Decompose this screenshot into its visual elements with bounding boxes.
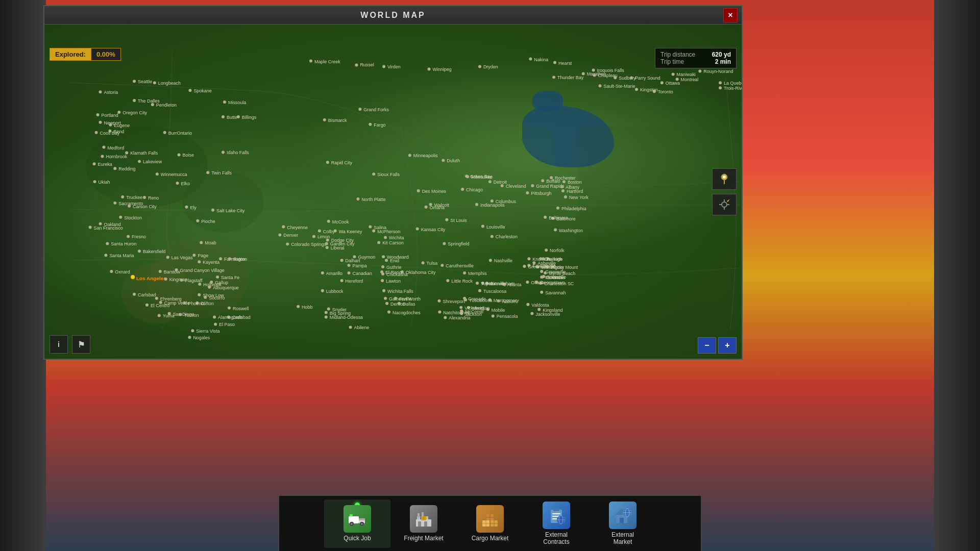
external-contracts-button[interactable]: ExternalContracts <box>523 499 590 548</box>
svg-text:Myrtle Beach: Myrtle Beach <box>549 271 575 276</box>
map-legend: i ⚑ <box>50 335 90 354</box>
svg-point-307 <box>501 184 504 187</box>
svg-text:Chicago: Chicago <box>466 187 483 192</box>
svg-point-49 <box>719 86 722 89</box>
map-area[interactable]: Maple Creek Russel Virden Winnipeg Dryde… <box>44 24 742 359</box>
svg-point-0 <box>86 126 208 207</box>
svg-point-309 <box>465 174 468 178</box>
svg-text:Wilmington: Wilmington <box>541 265 564 270</box>
quick-job-label: Quick Job <box>344 535 371 542</box>
svg-point-61 <box>96 113 100 116</box>
flag-button[interactable]: ⚑ <box>72 335 90 354</box>
svg-text:Baltimore: Baltimore <box>549 215 568 220</box>
crosshair-button[interactable] <box>712 194 737 215</box>
svg-point-197 <box>191 329 194 332</box>
svg-text:Trois-Riviere: Trois-Riviere <box>724 86 742 91</box>
svg-text:Limon: Limon <box>317 234 330 239</box>
cargo-market-button[interactable]: Cargo Market <box>457 499 523 548</box>
svg-text:Louisville: Louisville <box>486 224 505 230</box>
svg-text:Memphis: Memphis <box>468 271 487 276</box>
svg-point-269 <box>382 255 385 258</box>
svg-text:Kit Carson: Kit Carson <box>382 240 404 245</box>
svg-point-299 <box>442 159 445 162</box>
svg-point-257 <box>340 279 344 282</box>
svg-point-31 <box>630 76 633 79</box>
svg-text:Carson City: Carson City <box>133 204 157 209</box>
svg-text:Sault-Ste-Marie: Sault-Ste-Marie <box>603 84 635 89</box>
trip-distance-value: 620 yd <box>712 51 731 58</box>
svg-text:Show Low: Show Low <box>203 293 224 298</box>
svg-point-277 <box>385 302 388 305</box>
svg-text:Big Spring: Big Spring <box>330 311 351 316</box>
svg-point-27 <box>614 76 617 79</box>
svg-point-213 <box>278 233 281 236</box>
svg-point-121 <box>119 216 122 219</box>
svg-point-275 <box>384 297 387 300</box>
svg-point-305 <box>491 199 494 203</box>
svg-text:Buffalo: Buffalo <box>546 179 560 184</box>
svg-point-271 <box>381 279 384 282</box>
svg-text:Boston: Boston <box>568 180 582 185</box>
svg-text:Coos Bay: Coos Bay <box>100 131 120 136</box>
svg-point-303 <box>488 180 492 183</box>
svg-point-245 <box>349 325 352 329</box>
svg-point-161 <box>198 293 201 296</box>
svg-text:Abilene: Abilene <box>354 325 369 330</box>
svg-text:Raleigh: Raleigh <box>547 257 562 262</box>
svg-point-201 <box>358 108 361 111</box>
trip-time-label: Trip time <box>660 58 684 65</box>
svg-point-315 <box>481 225 484 228</box>
zoom-out-button[interactable]: − <box>698 337 716 354</box>
svg-text:McPherson: McPherson <box>377 229 400 234</box>
svg-point-87 <box>206 171 209 174</box>
svg-point-237 <box>321 271 324 274</box>
svg-text:Santa Huron: Santa Huron <box>111 241 136 246</box>
svg-text:Georgetown: Georgetown <box>540 280 565 285</box>
svg-text:Spokane: Spokane <box>193 88 211 93</box>
svg-rect-476 <box>553 508 559 511</box>
svg-point-115 <box>185 206 188 209</box>
svg-text:Tupelo: Tupelo <box>481 281 495 286</box>
info-button[interactable]: i <box>50 335 68 354</box>
svg-point-19 <box>553 61 556 64</box>
svg-point-177 <box>158 314 161 317</box>
quick-job-button[interactable]: Quick Job <box>324 499 390 548</box>
svg-text:Maniwaki: Maniwaki <box>677 72 696 77</box>
freight-market-icon <box>410 505 437 533</box>
svg-text:Detroit: Detroit <box>494 180 507 185</box>
svg-point-283 <box>417 189 420 192</box>
svg-text:Guthrie: Guthrie <box>386 265 401 270</box>
svg-point-281 <box>408 154 411 157</box>
svg-point-381 <box>540 270 543 273</box>
svg-point-217 <box>318 230 321 233</box>
svg-text:Astoria: Astoria <box>104 90 118 95</box>
svg-text:San Francisco: San Francisco <box>94 226 123 231</box>
close-button[interactable]: × <box>723 8 738 22</box>
svg-text:Thunder Bay: Thunder Bay <box>557 75 584 80</box>
explored-badge: Explored: 0.00% <box>50 48 121 61</box>
svg-point-135 <box>168 312 171 315</box>
svg-point-389 <box>526 303 529 306</box>
svg-point-369 <box>497 299 500 303</box>
svg-text:Chapleau: Chapleau <box>598 73 618 78</box>
svg-text:Kingsland: Kingsland <box>543 308 562 313</box>
svg-point-169 <box>204 296 207 299</box>
svg-text:Colby: Colby <box>323 229 335 234</box>
svg-point-151 <box>164 278 167 281</box>
svg-point-367 <box>478 289 481 292</box>
svg-text:Truckee: Truckee <box>126 195 142 200</box>
svg-point-185 <box>179 313 182 316</box>
svg-text:Hereford: Hereford <box>346 279 363 284</box>
svg-point-93 <box>101 155 104 158</box>
external-market-button[interactable]: ExternalMarket <box>590 499 656 548</box>
svg-point-417 <box>562 180 566 183</box>
svg-text:Wa Keeney: Wa Keeney <box>339 229 362 234</box>
svg-text:Nakina: Nakina <box>534 57 548 62</box>
svg-text:Baltimore: Baltimore <box>556 216 576 221</box>
zoom-in-button[interactable]: + <box>718 337 737 354</box>
svg-text:Ukiah: Ukiah <box>99 180 110 185</box>
svg-text:Hearst: Hearst <box>558 61 572 66</box>
freight-market-button[interactable]: Freight Market <box>390 499 457 548</box>
pin-button[interactable] <box>712 168 737 190</box>
svg-point-77 <box>237 115 240 118</box>
